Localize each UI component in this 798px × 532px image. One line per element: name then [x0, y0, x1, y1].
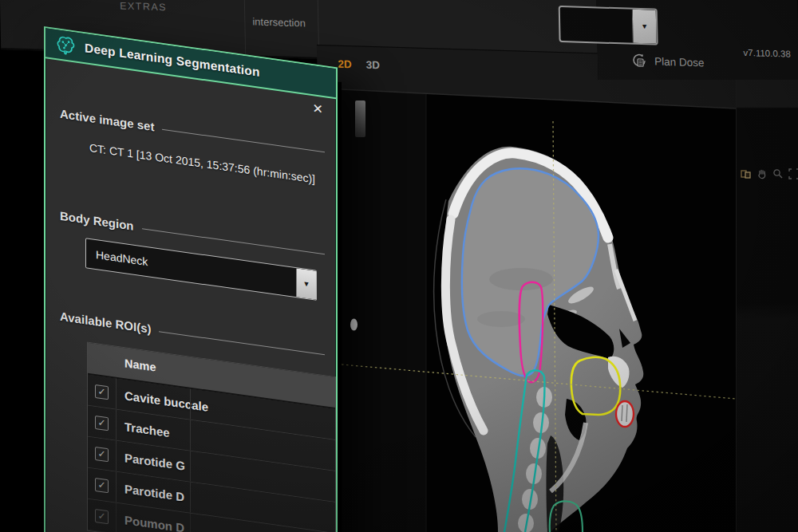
version-label: v7.110.0.38 — [743, 48, 791, 59]
pan-icon[interactable] — [756, 167, 768, 180]
couch-artifact — [355, 100, 365, 137]
roi-name: Parotide G — [117, 449, 190, 473]
roi-name: Poumon D — [117, 511, 190, 532]
toolbar-intersection-button[interactable]: intersection — [252, 15, 306, 29]
toolbar-extras-button[interactable]: EXTRAS — [120, 1, 167, 14]
checkbox-cell: ✓ — [88, 468, 117, 502]
toolbar-divider — [243, 0, 246, 55]
roi-name: Parotide D — [117, 480, 190, 504]
tab-3d[interactable]: 3D — [365, 59, 380, 72]
checkbox-cell: ✓ — [88, 375, 117, 409]
fullscreen-icon[interactable] — [788, 167, 798, 180]
roi-name: Trachee — [117, 418, 190, 442]
top-combobox[interactable]: ▼ — [559, 6, 658, 45]
deep-learning-segmentation-dialog: Deep Learning Segmentation ✕ Active imag… — [44, 26, 338, 532]
body-region-selected-value: HeadNeck — [86, 246, 296, 289]
available-rois-label: Available ROI(s) — [60, 309, 151, 336]
roi-name: Cavite buccale — [117, 387, 190, 411]
tab-2d[interactable]: 2D — [338, 58, 352, 71]
right-panel-strip — [736, 80, 798, 532]
contour-red — [616, 401, 634, 427]
roi-checkbox[interactable]: ✓ — [95, 508, 109, 523]
chevron-down-icon[interactable]: ▼ — [296, 268, 316, 300]
plan-dose-label: Plan Dose — [654, 55, 705, 69]
roi-checkbox[interactable]: ✓ — [95, 384, 109, 399]
active-image-set-label: Active image set — [60, 107, 154, 134]
name-column-header: Name — [88, 352, 156, 374]
roi-checkbox[interactable]: ✓ — [95, 477, 109, 492]
section-rule — [162, 129, 325, 153]
checkbox-cell: ✓ — [88, 499, 117, 532]
zoom-icon[interactable] — [772, 167, 784, 180]
plan-dose-button[interactable]: Plan Dose — [631, 53, 705, 71]
roi-table: Name ✓ Cavite buccale ✓ Trachee ✓ Paroti… — [87, 342, 336, 532]
marker-dot — [350, 319, 358, 331]
roi-checkbox[interactable]: ✓ — [95, 415, 109, 430]
section-rule — [159, 331, 325, 355]
chevron-down-icon[interactable]: ▼ — [632, 10, 657, 44]
viewport-toolbar — [740, 167, 798, 180]
checkbox-cell: ✓ — [88, 406, 117, 440]
checkbox-cell: ✓ — [88, 437, 117, 471]
body-region-label: Body Region — [60, 209, 134, 233]
brain-icon — [55, 33, 77, 57]
app-window: EXTRAS intersection v7.110.0.38 ▼ Plan D… — [0, 0, 798, 532]
plan-dose-icon — [631, 53, 647, 69]
ct-image — [342, 80, 736, 532]
compare-icon[interactable] — [740, 167, 753, 180]
ct-sagittal-viewport[interactable] — [342, 80, 736, 532]
roi-checkbox[interactable]: ✓ — [95, 446, 109, 461]
close-icon[interactable]: ✕ — [313, 100, 323, 117]
